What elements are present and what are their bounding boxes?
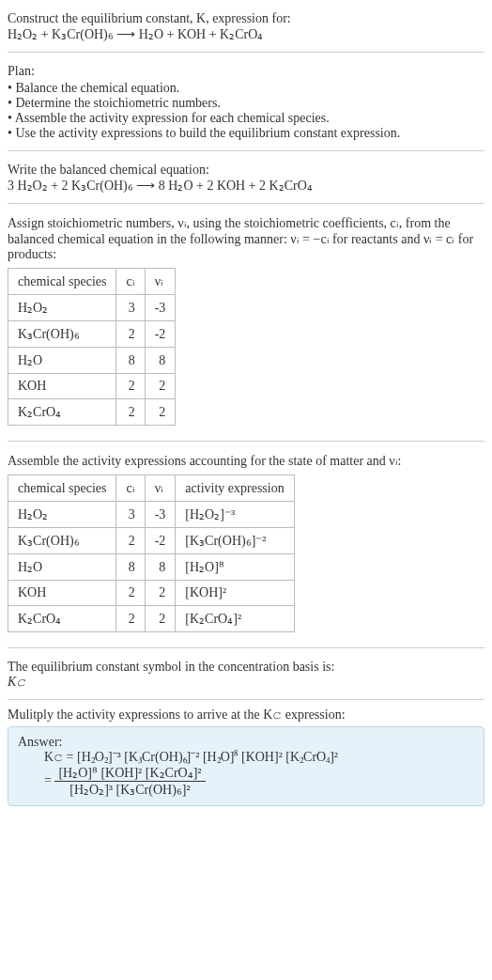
table-cell: [K₃Cr(OH)₆]⁻² xyxy=(176,528,294,554)
answer-box: Answer: K𝚌 = [H₂O₂]⁻³ [K₃Cr(OH)₆]⁻² [H₂O… xyxy=(8,726,484,806)
table-row: H₂O₂ 3 -3 xyxy=(8,295,176,321)
table-cell: [H₂O]⁸ xyxy=(176,554,294,581)
table-cell: -2 xyxy=(145,321,176,348)
balanced-equation: 3 H₂O₂ + 2 K₃Cr(OH)₆ ⟶ 8 H₂O + 2 KOH + 2… xyxy=(8,178,484,194)
table-row: K₃Cr(OH)₆ 2 -2 [K₃Cr(OH)₆]⁻² xyxy=(8,528,295,554)
table-cell: 3 xyxy=(116,502,145,528)
table-header: cᵢ xyxy=(116,475,145,502)
table-cell: [H₂O₂]⁻³ xyxy=(176,502,294,528)
symbol-line1: The equilibrium constant symbol in the c… xyxy=(8,660,484,675)
plan-item: Determine the stoichiometric numbers. xyxy=(8,96,484,111)
table-cell: H₂O₂ xyxy=(8,295,116,321)
table-header-row: chemical species cᵢ νᵢ xyxy=(8,269,176,295)
plan-item: Use the activity expressions to build th… xyxy=(8,126,484,141)
balanced-heading: Write the balanced chemical equation: xyxy=(8,163,484,178)
table-row: K₂CrO₄ 2 2 [K₂CrO₄]² xyxy=(8,606,295,632)
table-cell: H₂O xyxy=(8,554,116,581)
activity-section: Assemble the activity expressions accoun… xyxy=(8,449,484,648)
plan-list: Balance the chemical equation. Determine… xyxy=(8,81,484,141)
table-cell: H₂O xyxy=(8,348,116,374)
table-header: chemical species xyxy=(8,269,116,295)
table-cell: 8 xyxy=(116,348,145,374)
table-row: K₂CrO₄ 2 2 xyxy=(8,399,176,426)
table-header-row: chemical species cᵢ νᵢ activity expressi… xyxy=(8,475,295,502)
table-header: activity expression xyxy=(176,475,294,502)
table-cell: -3 xyxy=(145,502,176,528)
table-cell: 2 xyxy=(116,528,145,554)
table-cell: 2 xyxy=(116,399,145,426)
table-header: cᵢ xyxy=(116,269,145,295)
table-cell: 2 xyxy=(145,581,176,606)
intro-equation: H₂O₂ + K₃Cr(OH)₆ ⟶ H₂O + KOH + K₂CrO₄ xyxy=(8,26,484,42)
answer-fraction: [H₂O]⁸ [KOH]² [K₂CrO₄]² [H₂O₂]³ [K₃Cr(OH… xyxy=(54,765,205,798)
table-cell: 8 xyxy=(145,348,176,374)
table-cell: 2 xyxy=(116,374,145,399)
table-cell: 2 xyxy=(145,374,176,399)
plan-heading: Plan: xyxy=(8,64,484,79)
answer-frac-den: [H₂O₂]³ [K₃Cr(OH)₆]² xyxy=(54,782,205,798)
stoich-table: chemical species cᵢ νᵢ H₂O₂ 3 -3 K₃Cr(OH… xyxy=(8,268,176,426)
table-cell: 8 xyxy=(116,554,145,581)
table-cell: K₃Cr(OH)₆ xyxy=(8,528,116,554)
table-row: KOH 2 2 [KOH]² xyxy=(8,581,295,606)
table-cell: KOH xyxy=(8,374,116,399)
answer-equals: = xyxy=(44,773,52,787)
table-header: νᵢ xyxy=(145,269,176,295)
intro-line1: Construct the equilibrium constant, K, e… xyxy=(8,11,484,26)
answer-line2: = [H₂O]⁸ [KOH]² [K₂CrO₄]² [H₂O₂]³ [K₃Cr(… xyxy=(18,765,474,798)
stoich-section: Assign stoichiometric numbers, νᵢ, using… xyxy=(8,211,484,442)
table-row: H₂O 8 8 [H₂O]⁸ xyxy=(8,554,295,581)
answer-line1: K𝚌 = [H₂O₂]⁻³ [K₃Cr(OH)₆]⁻² [H₂O]⁸ [KOH]… xyxy=(18,750,474,765)
table-cell: 2 xyxy=(145,399,176,426)
table-cell: KOH xyxy=(8,581,116,606)
table-cell: -3 xyxy=(145,295,176,321)
table-row: K₃Cr(OH)₆ 2 -2 xyxy=(8,321,176,348)
table-header: νᵢ xyxy=(145,475,176,502)
stoich-text: Assign stoichiometric numbers, νᵢ, using… xyxy=(8,215,484,262)
table-cell: 2 xyxy=(116,581,145,606)
table-row: H₂O 8 8 xyxy=(8,348,176,374)
table-cell: K₃Cr(OH)₆ xyxy=(8,321,116,348)
answer-frac-num: [H₂O]⁸ [KOH]² [K₂CrO₄]² xyxy=(54,765,205,782)
table-row: KOH 2 2 xyxy=(8,374,176,399)
symbol-line2: K𝚌 xyxy=(8,675,484,690)
answer-label: Answer: xyxy=(18,735,474,750)
table-cell: K₂CrO₄ xyxy=(8,606,116,632)
multiply-section: Mulitply the activity expressions to arr… xyxy=(8,708,484,806)
plan-item: Assemble the activity expression for eac… xyxy=(8,111,484,126)
table-cell: 3 xyxy=(116,295,145,321)
table-cell: [K₂CrO₄]² xyxy=(176,606,294,632)
table-cell: 8 xyxy=(145,554,176,581)
table-row: H₂O₂ 3 -3 [H₂O₂]⁻³ xyxy=(8,502,295,528)
table-cell: 2 xyxy=(116,606,145,632)
table-cell: [KOH]² xyxy=(176,581,294,606)
balanced-section: Write the balanced chemical equation: 3 … xyxy=(8,159,484,204)
table-header: chemical species xyxy=(8,475,116,502)
table-cell: H₂O₂ xyxy=(8,502,116,528)
activity-text: Assemble the activity expressions accoun… xyxy=(8,453,484,469)
activity-table: chemical species cᵢ νᵢ activity expressi… xyxy=(8,474,295,632)
table-cell: 2 xyxy=(145,606,176,632)
plan-item: Balance the chemical equation. xyxy=(8,81,484,96)
table-cell: 2 xyxy=(116,321,145,348)
table-cell: -2 xyxy=(145,528,176,554)
table-cell: K₂CrO₄ xyxy=(8,399,116,426)
symbol-section: The equilibrium constant symbol in the c… xyxy=(8,656,484,700)
plan-section: Plan: Balance the chemical equation. Det… xyxy=(8,60,484,151)
intro-section: Construct the equilibrium constant, K, e… xyxy=(8,8,484,53)
multiply-text: Mulitply the activity expressions to arr… xyxy=(8,708,484,723)
